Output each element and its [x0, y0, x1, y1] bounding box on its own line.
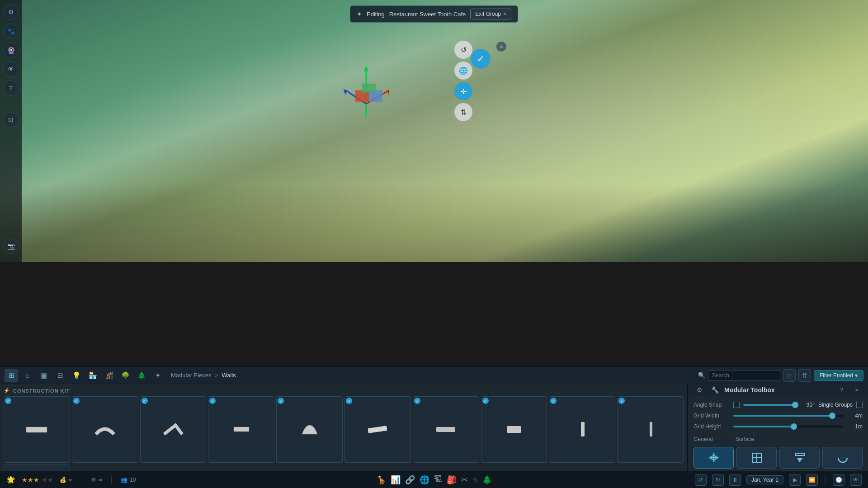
tab-tree2-icon[interactable]: 🌲: [135, 369, 148, 382]
item-badge-6: ✓: [346, 398, 352, 404]
item-badge-2: ✓: [73, 398, 80, 404]
toolbox-close-button[interactable]: ×: [851, 384, 863, 396]
svg-rect-10: [234, 427, 249, 432]
toolbox-content: Angle Snap 90° Single Groups Grid Width: [688, 396, 868, 471]
grid-item-1[interactable]: ✓: [4, 396, 70, 463]
tab-light-icon[interactable]: 💡: [70, 369, 83, 382]
single-groups-label: Single Groups: [818, 402, 853, 408]
close-viewport-btn[interactable]: ×: [496, 42, 506, 52]
grid-item-2[interactable]: ✓: [72, 396, 138, 463]
grid-item-9[interactable]: ✓: [549, 396, 615, 463]
sidebar-icon-settings[interactable]: ⚙: [3, 5, 19, 20]
toolbox-btn-3[interactable]: [779, 447, 820, 469]
grid-height-slider[interactable]: [733, 426, 843, 427]
path-root: Modular Pieces: [171, 372, 212, 379]
redo-button[interactable]: ↻: [712, 474, 724, 486]
rotate-control-btn[interactable]: ↺: [454, 41, 472, 59]
toolbox-btn-4[interactable]: [822, 447, 863, 469]
single-groups-checkbox[interactable]: [856, 402, 863, 408]
grid-item-8[interactable]: ✓: [481, 396, 547, 463]
sidebar-icon-paw[interactable]: 🐾: [3, 23, 19, 39]
settings-icon: ⚙: [91, 477, 96, 483]
grid-item-10[interactable]: ✓: [617, 396, 684, 463]
undo-button[interactable]: ↺: [695, 474, 707, 486]
status-right: ↺ ↻ ⏸ Jan, Year 1 ▶ ⏩ 🕐 👁: [695, 474, 862, 486]
exit-group-button[interactable]: Exit Group ×: [470, 9, 511, 19]
item-thumb-9: [559, 407, 605, 452]
kit-label: ⚡ CONSTRUCTION KIT: [4, 388, 684, 394]
grid-area[interactable]: ⚡ CONSTRUCTION KIT ✓ ✓: [0, 384, 687, 471]
breadcrumb: Modular Pieces > Walls: [171, 372, 236, 379]
item-badge-8: ✓: [482, 398, 489, 404]
svg-rect-14: [581, 422, 585, 436]
pause-button[interactable]: ⏸: [729, 474, 741, 486]
bottom-icon-1[interactable]: 🦒: [376, 475, 386, 485]
sidebar-icon-camera[interactable]: 📷: [3, 239, 19, 254]
grid-item-4[interactable]: ✓: [208, 396, 274, 463]
clock-button[interactable]: 🕐: [833, 474, 844, 486]
tab-star-icon[interactable]: ✦: [151, 369, 165, 382]
tab-ride-icon[interactable]: 🎢: [102, 369, 116, 382]
tab-house-icon[interactable]: ⌂: [21, 369, 34, 382]
toolbox-help-button[interactable]: ?: [835, 384, 847, 396]
bottom-icon-8[interactable]: ⌂: [472, 475, 477, 484]
move-btn[interactable]: ✛: [454, 82, 472, 100]
toolbox-gear-icon[interactable]: ⚙: [693, 384, 705, 396]
bottom-icon-9[interactable]: 🌲: [482, 475, 492, 485]
fast-forward-button[interactable]: ⏩: [806, 474, 818, 486]
guest-count: 10: [130, 477, 136, 483]
grid-item-5[interactable]: ✓: [276, 396, 343, 463]
game-viewport[interactable]: ⚙ 🐾 🎡 👁 ? ⊡ 📷 ✦ Editing Restaurant Sweet…: [0, 0, 868, 262]
item-thumb-4: [218, 407, 264, 452]
bottom-icon-4[interactable]: 🌐: [420, 475, 429, 485]
confirm-btn[interactable]: ✓: [471, 49, 491, 69]
toolbox-wrench-icon[interactable]: 🔧: [709, 384, 721, 396]
globe-btn[interactable]: 🌐: [454, 61, 472, 80]
angle-snap-checkbox[interactable]: [733, 402, 740, 408]
tab-grid-icon[interactable]: ⊞: [5, 369, 18, 382]
grid-item-6[interactable]: ✓: [344, 396, 411, 463]
toolbox-btn-2[interactable]: [736, 447, 777, 469]
grid-height-label: Grid Height: [693, 423, 730, 430]
group-name: Restaurant Sweet Tooth Cafe: [389, 11, 466, 18]
grid-width-slider[interactable]: [733, 415, 843, 417]
item-badge-3: ✓: [142, 398, 148, 404]
sidebar-icon-eye[interactable]: 👁: [3, 61, 19, 77]
sidebar-icon-wheel[interactable]: 🎡: [3, 42, 19, 58]
sidebar-icon-bottom[interactable]: ⊡: [3, 112, 19, 127]
favorites-button[interactable]: ☆: [783, 369, 796, 382]
tab-gate-icon[interactable]: ⊟: [53, 369, 67, 382]
filter-button[interactable]: Filter Enabled ▾: [814, 370, 863, 381]
item-badge-1: ✓: [5, 398, 11, 404]
bottom-icon-2[interactable]: 📊: [391, 475, 401, 485]
link-btn[interactable]: ⇅: [454, 103, 472, 121]
play-button[interactable]: ▶: [789, 474, 801, 486]
bottom-icon-7[interactable]: ✂: [461, 475, 468, 485]
grid-item-3[interactable]: ✓: [140, 396, 207, 463]
kit-title: CONSTRUCTION KIT: [13, 388, 70, 394]
item-thumb-2: [82, 407, 128, 452]
tab-tree-icon[interactable]: 🌳: [118, 369, 132, 382]
svg-rect-34: [757, 453, 761, 458]
search-input[interactable]: [708, 370, 780, 381]
bottom-icon-5[interactable]: 🏗: [434, 475, 442, 484]
svg-rect-37: [795, 453, 804, 455]
grid-item-7[interactable]: ✓: [413, 396, 479, 463]
toolbox-title: Modular Toolbox: [724, 386, 832, 394]
share-button[interactable]: ⇈: [798, 369, 811, 382]
bottom-icon-6[interactable]: 🎒: [447, 475, 457, 485]
toolbox-btn-1[interactable]: [693, 447, 734, 469]
item-badge-10: ✓: [618, 398, 625, 404]
item-thumb-6: [355, 407, 401, 452]
tab-shop-icon[interactable]: 🏪: [86, 369, 99, 382]
sidebar-icon-help[interactable]: ?: [3, 80, 19, 96]
transform-gizmo: [344, 63, 389, 122]
search-icon: 🔍: [698, 372, 705, 379]
guest-area: 👥 10: [121, 477, 136, 483]
tab-wall-icon[interactable]: ▣: [37, 369, 51, 382]
search-area: 🔍 ☆ ⇈ Filter Enabled ▾: [698, 369, 863, 382]
angle-snap-slider[interactable]: [743, 404, 795, 406]
eye-button[interactable]: 👁: [850, 474, 862, 486]
bottom-icon-3[interactable]: 🔗: [405, 475, 415, 485]
grid-item-11[interactable]: [4, 465, 70, 471]
